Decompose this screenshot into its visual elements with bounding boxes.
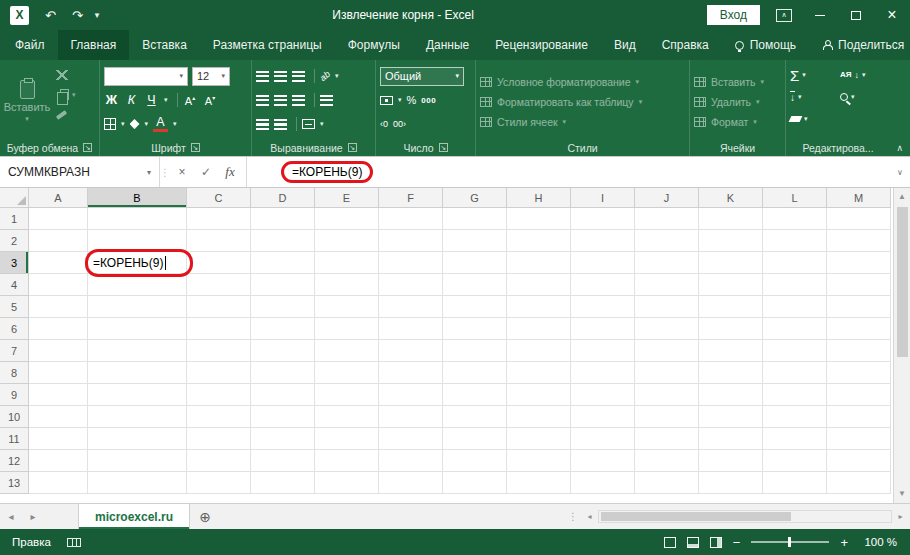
normal-view-button[interactable] [664, 537, 676, 548]
scroll-up-icon[interactable]: ▲ [898, 191, 906, 203]
format-cells-button[interactable]: Формат▾ [694, 112, 781, 131]
cell-J8[interactable] [635, 362, 699, 384]
cell-M12[interactable] [827, 450, 891, 472]
cell-F9[interactable] [379, 384, 443, 406]
insert-cells-button[interactable]: Вставить▾ [694, 72, 781, 91]
cell-J12[interactable] [635, 450, 699, 472]
cell-L9[interactable] [763, 384, 827, 406]
redo-button[interactable]: ↷ [72, 8, 83, 23]
cell-K12[interactable] [699, 450, 763, 472]
column-header-A[interactable]: A [29, 188, 88, 208]
cell-I10[interactable] [571, 406, 635, 428]
format-as-table-button[interactable]: Форматировать как таблицу▾ [480, 92, 685, 111]
cell-D10[interactable] [251, 406, 315, 428]
cell-E9[interactable] [315, 384, 379, 406]
cell-J3[interactable] [635, 252, 699, 274]
comma-style-button[interactable]: 000 [421, 96, 436, 105]
cell-A5[interactable] [29, 296, 88, 318]
cell-J9[interactable] [635, 384, 699, 406]
tab-insert[interactable]: Вставка [129, 30, 200, 60]
ribbon-display-options-icon[interactable]: ∧ [776, 9, 792, 22]
cell-K7[interactable] [699, 340, 763, 362]
align-left-button[interactable] [256, 95, 269, 106]
tab-page-layout[interactable]: Разметка страницы [200, 30, 335, 60]
decrease-indent-button[interactable] [256, 119, 269, 130]
font-size-select[interactable]: 12▾ [192, 67, 230, 86]
tab-help[interactable]: Справка [649, 30, 722, 60]
cell-C9[interactable] [187, 384, 251, 406]
align-bottom-button[interactable] [292, 71, 305, 82]
cell-E7[interactable] [315, 340, 379, 362]
cell-K10[interactable] [699, 406, 763, 428]
cell-D5[interactable] [251, 296, 315, 318]
cell-H12[interactable] [507, 450, 571, 472]
sheet-nav-right-icon[interactable]: ▸ [22, 504, 44, 529]
cell-A2[interactable] [29, 230, 88, 252]
cell-M4[interactable] [827, 274, 891, 296]
autosum-button[interactable]: Σ▾ [790, 68, 836, 83]
cell-J13[interactable] [635, 472, 699, 494]
cell-M5[interactable] [827, 296, 891, 318]
sheet-nav-left-icon[interactable]: ◂ [0, 504, 22, 529]
cell-A8[interactable] [29, 362, 88, 384]
cell-K4[interactable] [699, 274, 763, 296]
cell-C12[interactable] [187, 450, 251, 472]
cell-D7[interactable] [251, 340, 315, 362]
font-color-button[interactable]: А [153, 116, 168, 132]
formula-bar-drag-handle[interactable]: ⋮ [160, 157, 170, 187]
cell-K11[interactable] [699, 428, 763, 450]
cell-J2[interactable] [635, 230, 699, 252]
delete-cells-button[interactable]: Удалить▾ [694, 92, 781, 111]
underline-button[interactable]: Ч [144, 93, 159, 107]
font-dialog-launcher-icon[interactable]: ↘ [191, 143, 200, 152]
cell-L6[interactable] [763, 318, 827, 340]
name-box-dropdown-icon[interactable]: ▾ [147, 168, 151, 177]
tab-formulas[interactable]: Формулы [335, 30, 413, 60]
close-button[interactable]: × [874, 0, 910, 30]
cell-styles-button[interactable]: Стили ячеек▾ [480, 112, 685, 131]
cell-B7[interactable] [88, 340, 187, 362]
cell-C5[interactable] [187, 296, 251, 318]
column-header-I[interactable]: I [571, 188, 635, 208]
increase-indent-button[interactable] [274, 119, 287, 130]
formula-input[interactable]: =КОРЕНЬ(9) [247, 157, 890, 187]
column-header-G[interactable]: G [443, 188, 507, 208]
vertical-scrollbar[interactable]: ▲ ▼ [893, 188, 910, 503]
scrollbar-resize-handle[interactable]: ⋮ [565, 511, 581, 522]
vertical-scroll-thumb[interactable] [897, 207, 908, 357]
cell-C11[interactable] [187, 428, 251, 450]
cell-F4[interactable] [379, 274, 443, 296]
cell-I1[interactable] [571, 208, 635, 230]
cell-I2[interactable] [571, 230, 635, 252]
cell-F7[interactable] [379, 340, 443, 362]
scroll-right-icon[interactable]: ▸ [892, 512, 909, 521]
cell-G6[interactable] [443, 318, 507, 340]
cell-M13[interactable] [827, 472, 891, 494]
orientation-button[interactable]: ab [318, 69, 332, 83]
cell-C3[interactable] [187, 252, 251, 274]
cell-J11[interactable] [635, 428, 699, 450]
cell-D2[interactable] [251, 230, 315, 252]
cell-I4[interactable] [571, 274, 635, 296]
cell-E8[interactable] [315, 362, 379, 384]
cell-B1[interactable] [88, 208, 187, 230]
cell-F11[interactable] [379, 428, 443, 450]
cell-I13[interactable] [571, 472, 635, 494]
cell-L12[interactable] [763, 450, 827, 472]
cell-D11[interactable] [251, 428, 315, 450]
tab-review[interactable]: Рецензирование [482, 30, 601, 60]
tab-assist[interactable]: Помощь [722, 30, 809, 60]
cell-C1[interactable] [187, 208, 251, 230]
cell-H13[interactable] [507, 472, 571, 494]
cell-H4[interactable] [507, 274, 571, 296]
cell-A1[interactable] [29, 208, 88, 230]
wrap-text-button[interactable] [320, 95, 333, 106]
borders-button[interactable] [104, 118, 116, 130]
cell-A7[interactable] [29, 340, 88, 362]
cell-E6[interactable] [315, 318, 379, 340]
cell-M10[interactable] [827, 406, 891, 428]
row-header-1[interactable]: 1 [0, 208, 29, 230]
column-header-L[interactable]: L [763, 188, 827, 208]
cell-G3[interactable] [443, 252, 507, 274]
cell-F8[interactable] [379, 362, 443, 384]
